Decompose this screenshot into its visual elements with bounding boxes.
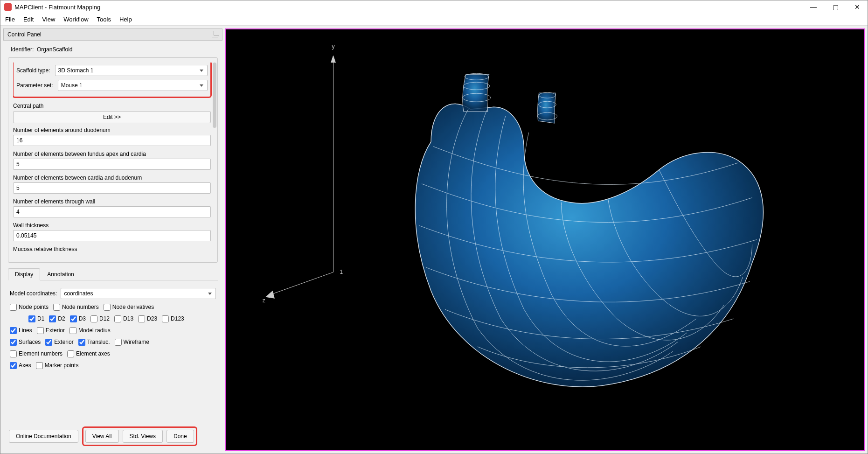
field-input-2[interactable] bbox=[13, 182, 211, 194]
model-coords-label: Model coordinates: bbox=[10, 290, 57, 297]
field-input-4[interactable] bbox=[13, 230, 211, 241]
menu-edit[interactable]: Edit bbox=[23, 16, 34, 23]
field-input-3[interactable] bbox=[13, 206, 211, 217]
undock-icon[interactable] bbox=[212, 32, 218, 37]
axis-scale-label: 1 bbox=[340, 269, 343, 275]
minimize-button[interactable]: — bbox=[810, 3, 817, 11]
field-label-5: Mucosa relative thickness bbox=[13, 246, 211, 252]
field-label-3: Number of elements through wall bbox=[13, 198, 211, 205]
field-label-2: Number of elements between cardia and du… bbox=[13, 175, 211, 181]
close-button[interactable]: ✕ bbox=[854, 3, 860, 11]
parameter-set-select[interactable]: Mouse 1 bbox=[58, 80, 208, 91]
chk-d1[interactable]: D1 bbox=[28, 315, 44, 322]
window-title: MAPClient - Flatmount Mapping bbox=[14, 4, 100, 11]
menu-help[interactable]: Help bbox=[119, 16, 132, 23]
chk-marker-points[interactable]: Marker points bbox=[36, 362, 79, 369]
maximize-button[interactable]: ▢ bbox=[833, 3, 839, 11]
chk-d23[interactable]: D23 bbox=[138, 315, 157, 322]
axis-z-label: z bbox=[263, 297, 265, 304]
chk-surfaces[interactable]: Surfaces bbox=[10, 339, 41, 346]
view-all-button[interactable]: View All bbox=[85, 430, 119, 443]
scaffold-settings-group: Scaffold type: 3D Stomach 1 Parameter se… bbox=[8, 57, 218, 263]
chk-node-numbers[interactable]: Node numbers bbox=[53, 304, 99, 311]
chk-element-axes[interactable]: Element axes bbox=[67, 350, 110, 357]
identifier-value: OrganScaffold bbox=[37, 46, 73, 53]
field-label-0: Number of elements around duodenum bbox=[13, 127, 211, 133]
app-icon bbox=[4, 3, 12, 11]
scaffold-type-select[interactable]: 3D Stomach 1 bbox=[55, 65, 208, 76]
chk-d13[interactable]: D13 bbox=[114, 315, 133, 322]
chk-d123[interactable]: D123 bbox=[162, 315, 184, 322]
chk-exterior-lines[interactable]: Exterior bbox=[37, 327, 65, 334]
field-label-1: Number of elements between fundus apex a… bbox=[13, 151, 211, 157]
parameter-set-label: Parameter set: bbox=[16, 82, 53, 89]
central-path-label: Central path bbox=[13, 103, 211, 109]
std-views-button[interactable]: Std. Views bbox=[123, 430, 163, 443]
title-bar: MAPClient - Flatmount Mapping — ▢ ✕ bbox=[0, 0, 868, 14]
chk-node-points[interactable]: Node points bbox=[10, 304, 49, 311]
panel-header: Control Panel bbox=[3, 28, 222, 41]
menu-file[interactable]: File bbox=[5, 16, 15, 23]
chk-exterior-surf[interactable]: Exterior bbox=[45, 339, 73, 346]
menu-tools[interactable]: Tools bbox=[97, 16, 111, 23]
tab-display[interactable]: Display bbox=[8, 268, 40, 280]
menu-workflow[interactable]: Workflow bbox=[63, 16, 88, 23]
chk-d12[interactable]: D12 bbox=[90, 315, 110, 322]
organ-surface bbox=[415, 104, 763, 387]
identifier-label: Identifier: bbox=[11, 46, 34, 53]
chk-element-numbers[interactable]: Element numbers bbox=[10, 350, 62, 357]
3d-viewport[interactable]: y z 1 bbox=[225, 28, 865, 451]
scaffold-type-label: Scaffold type: bbox=[16, 67, 50, 74]
chk-node-derivatives[interactable]: Node derivatives bbox=[104, 304, 154, 311]
chk-lines[interactable]: Lines bbox=[10, 327, 32, 334]
axis-y-label: y bbox=[332, 43, 335, 50]
highlight-box-selects: Scaffold type: 3D Stomach 1 Parameter se… bbox=[13, 63, 212, 98]
tab-annotation[interactable]: Annotation bbox=[40, 268, 81, 280]
menu-view[interactable]: View bbox=[42, 16, 55, 23]
highlight-box-buttons: View All Std. Views Done bbox=[82, 426, 197, 446]
svg-line-1 bbox=[268, 272, 333, 295]
done-button[interactable]: Done bbox=[167, 430, 194, 443]
panel-title: Control Panel bbox=[7, 31, 42, 38]
chk-model-radius[interactable]: Model radius bbox=[69, 327, 111, 334]
edit-central-path-button[interactable]: Edit >> bbox=[13, 111, 211, 123]
online-docs-button[interactable]: Online Documentation bbox=[9, 430, 78, 443]
field-input-1[interactable] bbox=[13, 159, 211, 170]
scrollbar[interactable] bbox=[213, 63, 216, 128]
control-panel: Control Panel Identifier: OrganScaffold … bbox=[3, 28, 222, 451]
chk-axes[interactable]: Axes bbox=[10, 362, 31, 369]
chk-d2[interactable]: D2 bbox=[49, 315, 65, 322]
identifier-row: Identifier: OrganScaffold bbox=[8, 44, 218, 55]
chk-transluc[interactable]: Transluc. bbox=[78, 339, 110, 346]
display-tabs: Display Annotation bbox=[8, 268, 218, 280]
field-input-0[interactable] bbox=[13, 135, 211, 146]
field-label-4: Wall thickness bbox=[13, 222, 211, 229]
chk-wireframe[interactable]: Wireframe bbox=[115, 339, 149, 346]
chk-d3[interactable]: D3 bbox=[70, 315, 86, 322]
menu-bar: File Edit View Workflow Tools Help bbox=[0, 14, 868, 26]
model-coords-select[interactable]: coordinates bbox=[61, 288, 216, 299]
